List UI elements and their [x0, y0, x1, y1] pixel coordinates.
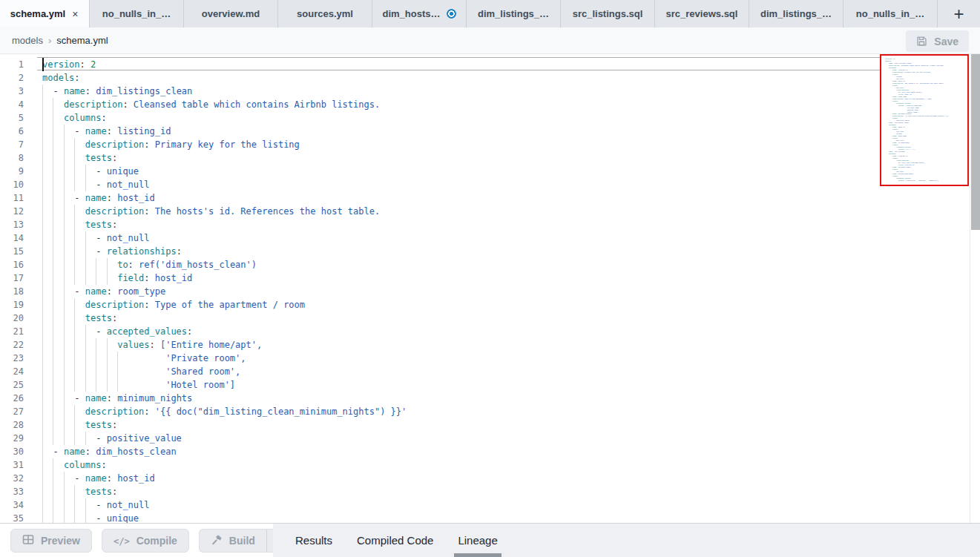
line-number[interactable]: 8 [0, 151, 33, 165]
line-number[interactable]: 14 [0, 231, 33, 245]
line-number[interactable]: 16 [0, 258, 33, 271]
tab-dim-listings[interactable]: dim_listings_… [749, 0, 843, 27]
code-line[interactable]: 'Hotel room'] [42, 378, 876, 392]
code-line[interactable]: models: [42, 71, 876, 85]
build-button[interactable]: Build [199, 529, 266, 553]
line-number[interactable]: 18 [0, 285, 33, 298]
code-line[interactable]: - positive_value [42, 432, 876, 445]
code-line[interactable]: - relationships: [42, 245, 876, 258]
code-line[interactable]: description: The hosts's id. References … [42, 205, 876, 218]
line-number[interactable]: 3 [0, 85, 33, 98]
tab-results[interactable]: Results [295, 524, 332, 557]
editor-scrollbar[interactable] [970, 54, 980, 523]
tab-no-nulls-in[interactable]: no_nulls_in_… [843, 0, 938, 27]
code-line[interactable]: values: ['Entire home/apt', [42, 338, 876, 352]
line-number[interactable]: 10 [0, 178, 33, 191]
line-number[interactable]: 22 [0, 338, 33, 352]
line-number[interactable]: 2 [0, 71, 33, 85]
code-line[interactable]: columns: [42, 458, 876, 472]
line-number[interactable]: 32 [0, 472, 33, 485]
breadcrumb-item-models[interactable]: models [12, 35, 43, 46]
line-number[interactable]: 12 [0, 205, 33, 218]
code-line[interactable]: 'Private room', [42, 352, 876, 365]
close-icon[interactable]: × [71, 8, 79, 20]
minimap-viewport-box[interactable]: version: 2models: - name: dim_listings_c… [880, 54, 969, 186]
tab-compiled-code[interactable]: Compiled Code [357, 524, 433, 557]
line-number[interactable]: 5 [0, 111, 33, 125]
code-line[interactable]: - name: host_id [42, 191, 876, 205]
line-number[interactable]: 33 [0, 485, 33, 498]
line-number[interactable]: 15 [0, 245, 33, 258]
line-number[interactable]: 19 [0, 298, 33, 312]
new-tab-button[interactable]: + [949, 5, 968, 23]
code-line[interactable]: - unique [42, 165, 876, 178]
line-number[interactable]: 28 [0, 418, 33, 432]
line-number[interactable]: 31 [0, 458, 33, 472]
breadcrumb-item-schema-yml[interactable]: schema.yml [56, 35, 108, 46]
code-line[interactable]: - name: listing_id [42, 125, 876, 138]
code-line[interactable]: - name: minimum_nights [42, 392, 876, 405]
code-line[interactable]: - name: host_id [42, 472, 876, 485]
code-line[interactable]: 'Shared room', [42, 365, 876, 378]
line-number[interactable]: 27 [0, 405, 33, 418]
save-button[interactable]: Save [906, 30, 969, 52]
line-number[interactable]: 26 [0, 392, 33, 405]
preview-button[interactable]: Preview [10, 529, 92, 553]
code-line[interactable]: to: ref('dim_hosts_clean') [42, 258, 876, 271]
tab-src-reviews-sql[interactable]: src_reviews.sql [655, 0, 749, 27]
line-number[interactable]: 7 [0, 138, 33, 151]
indent-guide [74, 512, 75, 523]
line-number[interactable]: 29 [0, 432, 33, 445]
line-number[interactable]: 20 [0, 312, 33, 325]
line-number[interactable]: 17 [0, 271, 33, 285]
code-line[interactable]: description: Primary key for the listing [42, 138, 876, 151]
line-number[interactable]: 9 [0, 165, 33, 178]
line-number[interactable]: 1 [0, 58, 33, 71]
line-number[interactable]: 25 [0, 378, 33, 392]
line-number[interactable]: 21 [0, 325, 33, 338]
line-number[interactable]: 35 [0, 512, 33, 523]
code-line[interactable]: - not_null [42, 178, 876, 191]
code-line[interactable]: version: 2 [42, 58, 876, 71]
line-number[interactable]: 30 [0, 445, 33, 458]
indent-guide [64, 418, 65, 432]
line-number[interactable]: 24 [0, 365, 33, 378]
code-line[interactable]: tests: [42, 312, 876, 325]
code-line[interactable]: field: host_id [42, 271, 876, 285]
code-line[interactable]: - name: dim_listings_clean [42, 85, 876, 98]
scrollbar-thumb[interactable] [971, 54, 980, 230]
code-line[interactable]: - name: room_type [42, 285, 876, 298]
tab-dim-listings[interactable]: dim_listings_… [467, 0, 561, 27]
tab-no-nulls-in[interactable]: no_nulls_in_… [90, 0, 184, 27]
code-line[interactable]: description: Type of the apartment / roo… [42, 298, 876, 312]
indent-guide [85, 271, 86, 285]
code-line[interactable]: columns: [42, 111, 876, 125]
code-line[interactable]: description: '{{ doc("dim_listing_clean_… [42, 405, 876, 418]
compile-button[interactable]: </> Compile [102, 529, 189, 553]
tab-overview-md[interactable]: overview.md [184, 0, 278, 27]
tab-dim-hosts[interactable]: dim_hosts… [372, 0, 467, 27]
code-line[interactable]: - not_null [42, 498, 876, 512]
tab-sources-yml[interactable]: sources.yml [278, 0, 372, 27]
line-number[interactable]: 11 [0, 191, 33, 205]
tab-lineage[interactable]: Lineage [458, 524, 497, 557]
code-line[interactable]: tests: [42, 418, 876, 432]
line-number[interactable]: 23 [0, 352, 33, 365]
code-line[interactable]: - accepted_values: [42, 325, 876, 338]
code-editor[interactable]: 1234567891011121314151617181920212223242… [0, 54, 980, 523]
code-line[interactable]: tests: [42, 218, 876, 231]
code-line[interactable]: - name: dim_hosts_clean [42, 445, 876, 458]
line-number[interactable]: 6 [0, 125, 33, 138]
line-number[interactable]: 4 [0, 98, 33, 111]
code-line[interactable]: tests: [42, 151, 876, 165]
code-line[interactable]: - not_null [42, 231, 876, 245]
indent-guide [107, 365, 108, 378]
tab-schema-yml[interactable]: schema.yml× [0, 0, 90, 27]
tab-src-listings-sql[interactable]: src_listings.sql [561, 0, 655, 27]
line-number[interactable]: 13 [0, 218, 33, 231]
line-number[interactable]: 34 [0, 498, 33, 512]
code-line[interactable]: - unique [42, 512, 876, 523]
action-button-zone: Preview</> Compile Build [0, 524, 273, 557]
code-line[interactable]: tests: [42, 485, 876, 498]
code-line[interactable]: description: Cleansed table which contai… [42, 98, 876, 111]
